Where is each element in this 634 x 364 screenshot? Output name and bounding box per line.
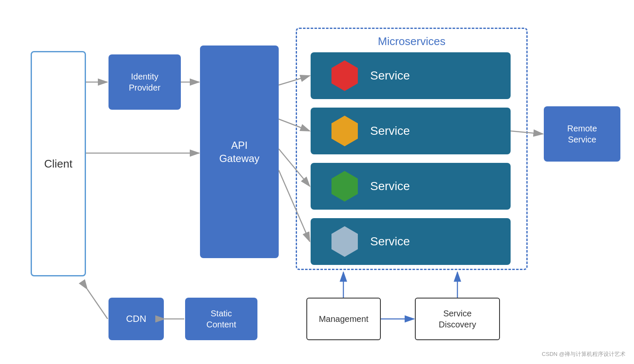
hex-wrapper-2 (328, 114, 362, 148)
hex-lightblue (329, 226, 360, 257)
remote-service-label: RemoteService (567, 123, 597, 145)
service-box-4: Service (311, 218, 511, 265)
hex-green (329, 171, 360, 202)
static-content-label: StaticContent (206, 308, 236, 330)
client-box: Client (31, 51, 86, 276)
remote-service-box: RemoteService (544, 106, 620, 162)
service-label-4: Service (370, 235, 410, 248)
hex-wrapper-3 (328, 169, 362, 203)
service-discovery-label: ServiceDiscovery (439, 308, 476, 330)
api-gateway-label: APIGateway (219, 139, 260, 165)
diagram-container: Client IdentityProvider APIGateway Micro… (0, 0, 634, 364)
service-label-1: Service (370, 69, 410, 82)
static-content-box: StaticContent (185, 298, 257, 340)
watermark: CSDN @禅与计算机程序设计艺术 (542, 350, 625, 358)
microservices-title: Microservices (297, 35, 526, 48)
management-label: Management (319, 314, 368, 324)
service-label-3: Service (370, 179, 410, 193)
service-box-3: Service (311, 163, 511, 210)
hex-yellow (329, 116, 360, 146)
service-box-2: Service (311, 108, 511, 154)
cdn-label: CDN (126, 313, 146, 324)
management-box: Management (306, 298, 381, 340)
svg-line-14 (87, 289, 108, 319)
hex-wrapper-4 (328, 225, 362, 259)
hex-wrapper-1 (328, 59, 362, 93)
api-gateway-box: APIGateway (200, 46, 279, 258)
hex-red (329, 60, 360, 91)
cdn-box: CDN (109, 298, 164, 340)
service-discovery-box: ServiceDiscovery (415, 298, 500, 340)
client-label: Client (44, 157, 72, 171)
service-label-2: Service (370, 124, 410, 138)
identity-provider-box: IdentityProvider (109, 54, 181, 110)
identity-provider-label: IdentityProvider (129, 71, 160, 93)
service-box-1: Service (311, 52, 511, 99)
